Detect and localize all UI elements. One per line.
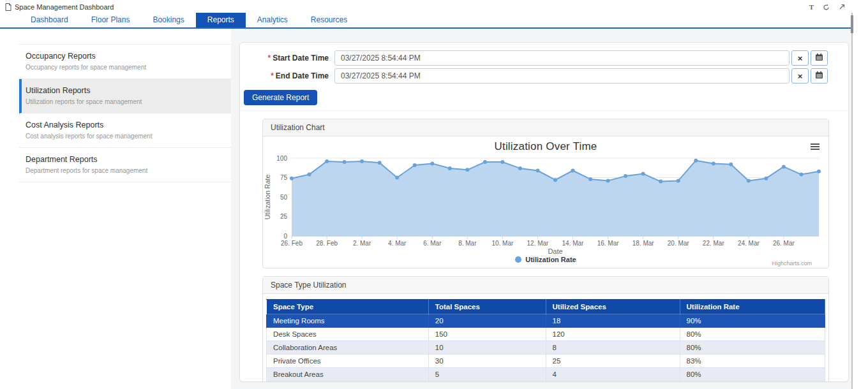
table-cell: 5 [428,368,546,381]
start-date-group: × [334,50,828,66]
table-row-collaboration-areas[interactable]: Collaboration Areas10880% [267,341,825,355]
start-date-calendar-button[interactable] [811,50,828,66]
sidebar-item-occupancy-reports[interactable]: Occupancy ReportsOccupancy reports for s… [19,45,231,79]
chart-context-menu-button[interactable] [811,143,819,151]
chart-body: Utilization Over Time 025507510026. Feb2… [263,136,828,268]
svg-text:16. Mar: 16. Mar [597,240,620,247]
title-bar: Space Management Dashboard T [0,0,851,14]
open-external-icon[interactable] [839,4,845,10]
tab-resources[interactable]: Resources [299,13,359,27]
generate-report-button[interactable]: Generate Report [244,90,317,105]
sidebar-item-title: Occupancy Reports [26,52,225,61]
horizontal-scrollbar[interactable]: ◄ ► [266,381,825,382]
sidebar-item-cost-analysis-reports[interactable]: Cost Analysis ReportsCost analysis repor… [19,114,231,148]
table-row-breakout-areas[interactable]: Breakout Areas5480% [267,368,825,381]
calendar-icon [815,71,823,81]
end-date-group: × [334,68,828,84]
table-cell: 8 [546,341,680,355]
svg-text:0: 0 [283,233,287,240]
main-area: *Start Date Time × *End Date Time [231,29,851,389]
table-cell: 80% [680,328,825,341]
utilization-area-chart: 025507510026. Feb28. Feb2. Mar4. Mar6. M… [263,153,828,255]
table-cell: 18 [546,314,680,328]
svg-text:50: 50 [280,194,288,201]
table-cell: 4 [546,368,680,381]
start-date-row: *Start Date Time × [240,50,828,66]
tab-dashboard[interactable]: Dashboard [19,13,80,27]
table-cell: Collaboration Areas [267,341,429,355]
refresh-icon[interactable] [823,4,830,11]
start-date-clear-button[interactable]: × [791,50,809,66]
table-cell: 10 [428,341,546,355]
start-date-input[interactable] [334,50,789,66]
table-cell: 83% [680,355,825,368]
svg-text:6. Mar: 6. Mar [423,240,442,247]
svg-text:22. Mar: 22. Mar [703,240,725,247]
svg-text:26. Mar: 26. Mar [773,240,795,247]
report-type-sidebar: Occupancy ReportsOccupancy reports for s… [0,29,231,389]
vertical-scrollbar-thumb[interactable] [851,15,853,33]
end-date-label: *End Date Time [240,71,334,80]
window-title: Space Management Dashboard [15,3,114,11]
svg-text:28. Feb: 28. Feb [316,240,338,247]
table-row-meeting-rooms[interactable]: Meeting Rooms201890% [267,314,825,328]
tab-bookings[interactable]: Bookings [141,13,195,27]
svg-text:Utilization Rate: Utilization Rate [264,175,271,220]
svg-text:8. Mar: 8. Mar [458,240,477,247]
end-date-input[interactable] [334,68,789,84]
chart-panel-header: Utilization Chart [263,119,828,136]
report-card: *Start Date Time × *End Date Time [239,42,849,382]
end-date-row: *End Date Time × [240,68,828,84]
svg-text:2. Mar: 2. Mar [353,240,371,247]
table-header-row: Space TypeTotal SpacesUtilized SpacesUti… [267,300,825,314]
report-type-list: Occupancy ReportsOccupancy reports for s… [19,44,231,182]
calendar-icon [815,53,823,63]
tab-bar: DashboardFloor PlansBookingsReportsAnaly… [0,14,851,29]
start-date-label: *Start Date Time [240,54,334,62]
content-area: Occupancy ReportsOccupancy reports for s… [0,29,851,389]
chart-legend[interactable]: Utilization Rate [263,256,828,263]
tab-floor-plans[interactable]: Floor Plans [80,13,142,27]
utilization-chart-panel: Utilization Chart Utilization Over Time … [262,119,829,268]
end-date-clear-button[interactable]: × [791,68,809,84]
table-cell: Meeting Rooms [267,314,429,328]
table-cell: 90% [680,314,825,328]
space-type-utilization-panel: Space Type Utilization Space TypeTotal S… [262,276,829,382]
sidebar-item-description: Utilization reports for space management [26,98,225,105]
end-date-calendar-button[interactable] [811,68,828,84]
space-type-table: Space TypeTotal SpacesUtilized SpacesUti… [266,299,825,381]
legend-label: Utilization Rate [525,256,576,263]
document-icon [5,3,11,11]
svg-text:75: 75 [280,174,288,181]
text-tool-icon[interactable]: T [809,3,814,11]
column-header-space-type: Space Type [267,300,429,314]
table-cell: 120 [546,328,680,341]
required-marker: * [268,54,271,62]
sidebar-item-description: Occupancy reports for space management [26,64,225,71]
sidebar-item-department-reports[interactable]: Department ReportsDepartment reports for… [19,148,231,182]
tab-analytics[interactable]: Analytics [246,13,299,27]
sidebar-item-title: Cost Analysis Reports [26,121,225,129]
table-cell: Desk Spaces [267,328,429,341]
highcharts-credits: Highcharts.com [772,260,812,267]
sidebar-item-description: Department reports for space management [26,167,225,174]
table-cell: Breakout Areas [267,368,429,381]
vertical-scrollbar-track[interactable] [851,13,853,389]
svg-text:26. Feb: 26. Feb [281,240,303,247]
table-cell: 150 [428,328,546,341]
app-window: Space Management Dashboard T DashboardFl… [0,0,868,389]
clear-icon: × [798,71,803,81]
sidebar-item-utilization-reports[interactable]: Utilization ReportsUtilization reports f… [19,79,231,114]
column-header-utilized-spaces: Utilized Spaces [546,300,680,314]
chart-svg-container: 025507510026. Feb28. Feb2. Mar4. Mar6. M… [263,153,828,255]
table-cell: 25 [546,355,680,368]
clear-icon: × [798,54,803,63]
svg-text:12. Mar: 12. Mar [527,240,550,247]
table-cell: 80% [680,341,825,355]
svg-text:Date: Date [548,247,562,255]
table-panel-header: Space Type Utilization [263,277,828,294]
svg-text:25: 25 [280,213,288,220]
tab-reports[interactable]: Reports [196,13,246,27]
table-row-desk-spaces[interactable]: Desk Spaces15012080% [267,328,825,341]
table-row-private-offices[interactable]: Private Offices302583% [267,355,825,368]
